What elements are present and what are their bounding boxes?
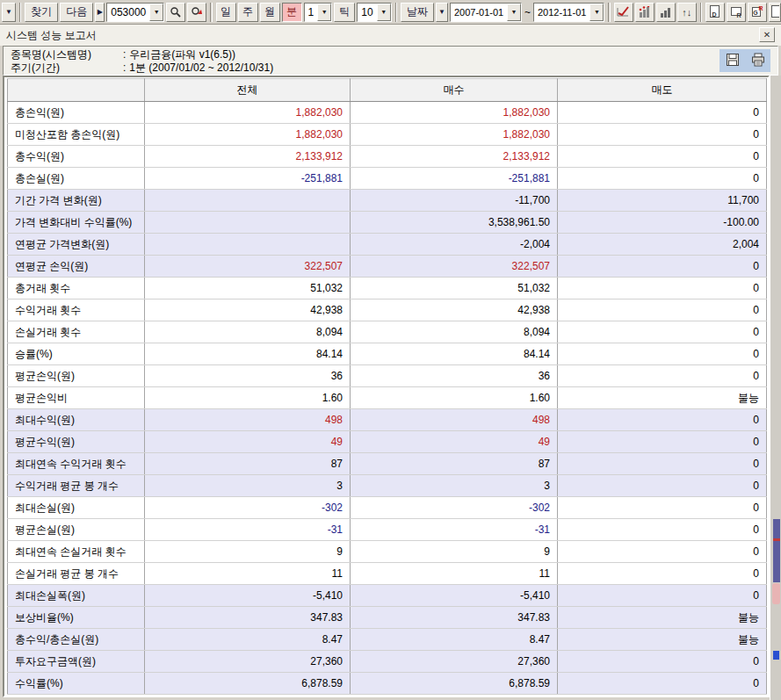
report-table: 전체 매수 매도 총손익(원)1,882,0301,882,0300미청산포함 … bbox=[7, 78, 767, 695]
table-row[interactable]: 가격 변화대비 수익률(%)3,538,961.50-100.00 bbox=[8, 212, 767, 234]
table-row[interactable]: 최대손실(원)-302-3020 bbox=[8, 497, 767, 519]
overflow-arrow-button[interactable]: ▶ bbox=[95, 3, 105, 22]
chevron-down-icon[interactable]: ▼ bbox=[589, 4, 604, 21]
sell-cell: 0 bbox=[558, 453, 767, 475]
header-total[interactable]: 전체 bbox=[145, 79, 351, 102]
period-month-button[interactable]: 월 bbox=[260, 3, 280, 22]
table-row[interactable]: 총손실(원)-251,881-251,8810 bbox=[8, 168, 767, 190]
date-range-tilde: ~ bbox=[524, 6, 532, 18]
table-row[interactable]: 연평균 손익(원)322,507322,5070 bbox=[8, 256, 767, 278]
tick-value: 10 bbox=[358, 6, 376, 18]
period-day-button[interactable]: 일 bbox=[216, 3, 236, 22]
buy-cell: 84.14 bbox=[351, 343, 558, 365]
table-row[interactable]: 평균손익비1.601.60불능 bbox=[8, 387, 767, 409]
table-row[interactable]: 평균손실(원)-31-310 bbox=[8, 519, 767, 541]
date-from-combobox[interactable]: 2007-01-01 ▼ bbox=[450, 3, 522, 22]
table-row[interactable]: 최대연속 손실거래 횟수990 bbox=[8, 541, 767, 563]
table-row[interactable]: 투자요구금액(원)27,36027,3600 bbox=[8, 651, 767, 673]
chevron-down-icon[interactable]: ▼ bbox=[317, 4, 331, 21]
table-row[interactable]: 기간 가격 변화(원)-11,70011,700 bbox=[8, 190, 767, 212]
report-doc-icon bbox=[770, 5, 779, 18]
table-row[interactable]: 최대수익(원)4984980 bbox=[8, 409, 767, 431]
period-value: 1분 (2007/01/02 ~ 2012/10/31) bbox=[129, 61, 273, 75]
minute-combobox[interactable]: 1 ▼ bbox=[304, 3, 333, 22]
total-cell: 8.47 bbox=[145, 629, 351, 651]
chart-bars-button[interactable] bbox=[656, 3, 676, 22]
table-row[interactable]: 총손익(원)1,882,0301,882,0300 bbox=[8, 102, 767, 124]
sort-arrows-icon: ↑↓ bbox=[682, 7, 691, 18]
table-row[interactable]: 연평균 가격변화(원)-2,0042,004 bbox=[8, 234, 767, 256]
total-cell: -302 bbox=[145, 497, 351, 519]
total-cell: 42,938 bbox=[145, 299, 351, 321]
table-row[interactable]: 총거래 횟수51,03251,0320 bbox=[8, 278, 767, 299]
search-jump-button[interactable] bbox=[187, 3, 206, 22]
sell-cell: 0 bbox=[558, 343, 767, 365]
report-gr-icon: GR bbox=[751, 5, 763, 18]
chevron-down-icon[interactable]: ▼ bbox=[149, 4, 163, 21]
table-row[interactable]: 평균수익(원)49490 bbox=[8, 431, 767, 453]
header-sell[interactable]: 매도 bbox=[558, 79, 767, 102]
tick-button[interactable]: 틱 bbox=[334, 3, 355, 22]
tick-combobox[interactable]: 10 ▼ bbox=[357, 3, 391, 22]
save-button[interactable] bbox=[724, 52, 741, 69]
report-gr-button[interactable]: GR bbox=[748, 3, 767, 22]
svg-text:R: R bbox=[736, 12, 741, 18]
chevron-down-icon[interactable]: ▼ bbox=[436, 3, 448, 22]
find-button[interactable]: 찾기 bbox=[25, 3, 58, 22]
period-week-button[interactable]: 주 bbox=[238, 3, 258, 22]
next-button[interactable]: 다음 bbox=[60, 3, 93, 22]
row-label-cell: 수익률(%) bbox=[8, 673, 145, 695]
report-r-button[interactable]: R bbox=[727, 3, 746, 22]
period-minute-button[interactable]: 분 bbox=[282, 3, 302, 22]
table-row[interactable]: 보상비율(%)347.83347.83불능 bbox=[8, 607, 767, 629]
chevron-down-icon[interactable]: ▼ bbox=[507, 4, 521, 21]
date-button[interactable]: 날짜 bbox=[401, 3, 434, 22]
table-row[interactable]: 수익률(%)6,878.596,878.590 bbox=[8, 673, 767, 695]
total-cell: 322,507 bbox=[145, 256, 351, 278]
toolbar-separator bbox=[608, 3, 610, 22]
sell-cell: 0 bbox=[558, 321, 767, 343]
chevron-down-icon[interactable]: ▼ bbox=[377, 4, 391, 21]
row-label-cell: 연평균 손익(원) bbox=[8, 256, 145, 278]
buy-cell: 9 bbox=[351, 541, 558, 563]
date-to-combobox[interactable]: 2012-11-01 ▼ bbox=[533, 3, 604, 22]
buy-cell: 51,032 bbox=[351, 278, 558, 299]
chart-signal-button[interactable] bbox=[614, 3, 633, 22]
buy-cell: 1,882,030 bbox=[351, 102, 558, 124]
table-row[interactable]: 미청산포함 총손익(원)1,882,0301,882,0300 bbox=[8, 124, 767, 146]
table-row[interactable]: 손실거래 평균 봉 개수11110 bbox=[8, 563, 767, 585]
header-buy[interactable]: 매수 bbox=[351, 79, 558, 102]
print-button[interactable] bbox=[749, 52, 767, 69]
report-d-button[interactable]: D bbox=[705, 3, 725, 22]
table-row[interactable]: 총수익/총손실(원)8.478.47불능 bbox=[8, 629, 767, 651]
row-label-cell: 보상비율(%) bbox=[8, 607, 145, 629]
print-icon bbox=[751, 53, 765, 69]
info-row-period: 주기(기간) : 1분 (2007/01/02 ~ 2012/10/31) bbox=[11, 61, 777, 75]
chevron-down-icon[interactable]: ▼ bbox=[2, 3, 16, 22]
row-label-cell: 손실거래 횟수 bbox=[8, 321, 145, 343]
search-button[interactable] bbox=[166, 3, 185, 22]
buy-cell: 11 bbox=[351, 563, 558, 585]
table-row[interactable]: 평균손익(원)36360 bbox=[8, 365, 767, 387]
table-row[interactable]: 수익거래 평균 봉 개수330 bbox=[8, 475, 767, 497]
buy-cell: 322,507 bbox=[351, 256, 558, 278]
table-row[interactable]: 총수익(원)2,133,9122,133,9120 bbox=[8, 146, 767, 168]
partial-report-button[interactable] bbox=[769, 3, 781, 22]
row-label-cell: 미청산포함 총손익(원) bbox=[8, 124, 145, 146]
table-row[interactable]: 손실거래 횟수8,0948,0940 bbox=[8, 321, 767, 343]
row-label-cell: 총수익(원) bbox=[8, 146, 145, 168]
sort-arrows-button[interactable]: ↑↓ bbox=[677, 3, 697, 22]
table-row[interactable]: 승률(%)84.1484.140 bbox=[8, 343, 767, 365]
row-label-cell: 최대수익(원) bbox=[8, 409, 145, 431]
stock-code-combobox[interactable]: 053000 ▼ bbox=[106, 3, 164, 22]
table-row[interactable]: 수익거래 횟수42,93842,9380 bbox=[8, 299, 767, 321]
sell-cell: 0 bbox=[558, 497, 767, 519]
chart-red-bars-button[interactable] bbox=[635, 3, 654, 22]
row-label-cell: 평균손실(원) bbox=[8, 519, 145, 541]
minute-value: 1 bbox=[305, 6, 318, 18]
table-row[interactable]: 최대연속 수익거래 횟수87870 bbox=[8, 453, 767, 475]
close-button[interactable]: ✕ bbox=[759, 27, 775, 42]
buy-cell: 42,938 bbox=[351, 299, 558, 321]
row-label-cell: 최대연속 수익거래 횟수 bbox=[8, 453, 145, 475]
table-row[interactable]: 최대손실폭(원)-5,410-5,4100 bbox=[8, 585, 767, 607]
